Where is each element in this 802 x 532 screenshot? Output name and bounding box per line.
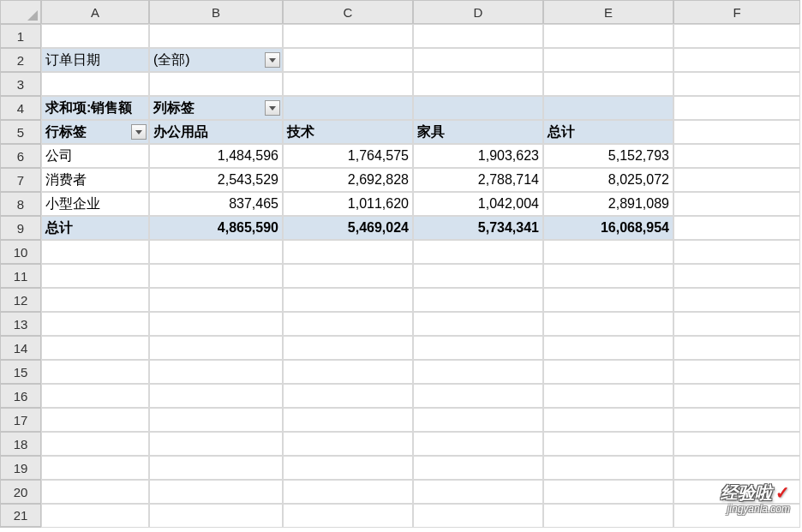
data-cell[interactable]: 8,025,072	[543, 168, 673, 192]
empty-cell[interactable]	[673, 360, 800, 384]
empty-cell[interactable]	[41, 288, 149, 312]
empty-cell[interactable]	[413, 408, 543, 432]
empty-cell[interactable]	[413, 504, 543, 528]
empty-cell[interactable]	[41, 264, 149, 288]
empty-cell[interactable]	[149, 312, 283, 336]
empty-cell[interactable]	[41, 408, 149, 432]
row-header-8[interactable]: 8	[0, 192, 41, 216]
empty-cell[interactable]	[543, 312, 673, 336]
empty-cell[interactable]	[413, 48, 543, 72]
col-labels-dropdown-icon[interactable]	[265, 100, 280, 116]
row-header-7[interactable]: 7	[0, 168, 41, 192]
empty-cell[interactable]	[149, 456, 283, 480]
empty-cell[interactable]	[413, 72, 543, 96]
empty-cell[interactable]	[543, 360, 673, 384]
empty-cell[interactable]	[41, 432, 149, 456]
empty-cell[interactable]	[149, 72, 283, 96]
empty-cell[interactable]	[543, 72, 673, 96]
empty-cell[interactable]	[149, 24, 283, 48]
empty-cell[interactable]	[543, 384, 673, 408]
row-header-3[interactable]: 3	[0, 72, 41, 96]
empty-cell[interactable]	[149, 480, 283, 504]
data-cell[interactable]: 1,764,575	[283, 144, 413, 168]
empty-cell[interactable]	[673, 168, 800, 192]
empty-cell[interactable]	[41, 504, 149, 528]
empty-cell[interactable]	[673, 192, 800, 216]
empty-cell[interactable]	[413, 288, 543, 312]
empty-cell[interactable]	[283, 48, 413, 72]
empty-cell[interactable]	[149, 288, 283, 312]
row-header-4[interactable]: 4	[0, 96, 41, 120]
col-labels-cell[interactable]: 列标签	[149, 96, 283, 120]
data-cell[interactable]: 2,788,714	[413, 168, 543, 192]
col-header-E[interactable]: E	[543, 0, 673, 24]
empty-cell[interactable]	[543, 288, 673, 312]
empty-cell[interactable]	[41, 480, 149, 504]
col-header-F[interactable]: F	[673, 0, 800, 24]
empty-cell[interactable]	[673, 264, 800, 288]
empty-cell[interactable]	[41, 336, 149, 360]
col-header-A[interactable]: A	[41, 0, 149, 24]
empty-cell[interactable]	[149, 504, 283, 528]
col-header-B[interactable]: B	[149, 0, 283, 24]
empty-cell[interactable]	[413, 456, 543, 480]
empty-cell[interactable]	[543, 480, 673, 504]
empty-cell[interactable]	[673, 384, 800, 408]
empty-cell[interactable]	[413, 480, 543, 504]
empty-cell[interactable]	[413, 432, 543, 456]
empty-cell[interactable]	[283, 456, 413, 480]
data-cell[interactable]: 5,152,793	[543, 144, 673, 168]
row-header-5[interactable]: 5	[0, 120, 41, 144]
row-labels-cell[interactable]: 行标签	[41, 120, 149, 144]
row-header-1[interactable]: 1	[0, 24, 41, 48]
empty-cell[interactable]	[41, 312, 149, 336]
empty-cell[interactable]	[41, 360, 149, 384]
empty-cell[interactable]	[673, 120, 800, 144]
empty-cell[interactable]	[149, 408, 283, 432]
row-header-16[interactable]: 16	[0, 384, 41, 408]
row-header-17[interactable]: 17	[0, 408, 41, 432]
empty-cell[interactable]	[673, 408, 800, 432]
empty-cell[interactable]	[283, 384, 413, 408]
row-header-10[interactable]: 10	[0, 240, 41, 264]
empty-cell[interactable]	[41, 384, 149, 408]
empty-cell[interactable]	[543, 504, 673, 528]
row-header-2[interactable]: 2	[0, 48, 41, 72]
row-header-11[interactable]: 11	[0, 264, 41, 288]
data-cell[interactable]: 1,011,620	[283, 192, 413, 216]
col-header-D[interactable]: D	[413, 0, 543, 24]
empty-cell[interactable]	[413, 360, 543, 384]
empty-cell[interactable]	[41, 240, 149, 264]
empty-cell[interactable]	[673, 336, 800, 360]
empty-cell[interactable]	[149, 360, 283, 384]
data-cell[interactable]: 2,543,529	[149, 168, 283, 192]
empty-cell[interactable]	[283, 432, 413, 456]
col-header-C[interactable]: C	[283, 0, 413, 24]
data-cell[interactable]: 837,465	[149, 192, 283, 216]
empty-cell[interactable]	[543, 240, 673, 264]
empty-cell[interactable]	[543, 408, 673, 432]
empty-cell[interactable]	[149, 336, 283, 360]
empty-cell[interactable]	[673, 48, 800, 72]
data-cell[interactable]: 2,891,089	[543, 192, 673, 216]
empty-cell[interactable]	[283, 240, 413, 264]
empty-cell[interactable]	[543, 432, 673, 456]
empty-cell[interactable]	[673, 312, 800, 336]
empty-cell[interactable]	[543, 336, 673, 360]
empty-cell[interactable]	[149, 384, 283, 408]
empty-cell[interactable]	[283, 288, 413, 312]
row-header-9[interactable]: 9	[0, 216, 41, 240]
empty-cell[interactable]	[413, 240, 543, 264]
empty-cell[interactable]	[41, 72, 149, 96]
row-header-18[interactable]: 18	[0, 432, 41, 456]
data-cell[interactable]: 1,903,623	[413, 144, 543, 168]
empty-cell[interactable]	[149, 240, 283, 264]
empty-cell[interactable]	[673, 216, 800, 240]
empty-cell[interactable]	[41, 24, 149, 48]
row-header-12[interactable]: 12	[0, 288, 41, 312]
empty-cell[interactable]	[413, 336, 543, 360]
empty-cell[interactable]	[543, 264, 673, 288]
empty-cell[interactable]	[283, 24, 413, 48]
empty-cell[interactable]	[41, 456, 149, 480]
row-header-14[interactable]: 14	[0, 336, 41, 360]
